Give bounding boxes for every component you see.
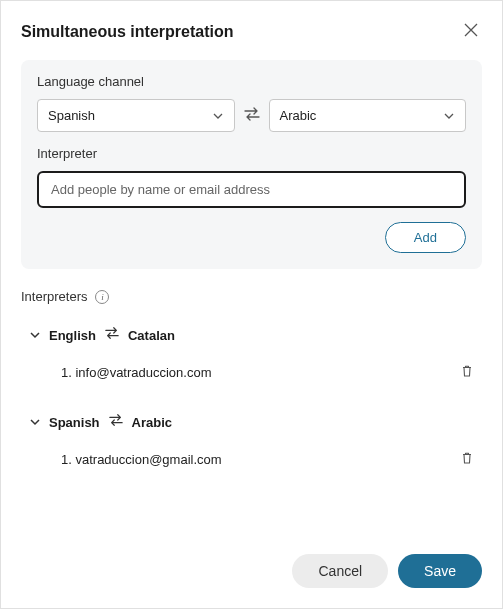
swap-icon — [104, 326, 120, 344]
delete-interpreter-button[interactable] — [456, 360, 478, 385]
group-target-lang: Arabic — [132, 415, 172, 430]
close-button[interactable] — [460, 19, 482, 44]
group-source-lang: English — [49, 328, 96, 343]
interpreters-title: Interpreters — [21, 289, 87, 304]
dialog-header: Simultaneous interpretation — [21, 19, 482, 44]
target-language-select[interactable]: Arabic — [269, 99, 467, 132]
interpreter-item: 1. vatraduccion@gmail.com — [21, 443, 482, 476]
language-channel-label: Language channel — [37, 74, 466, 89]
source-language-select[interactable]: Spanish — [37, 99, 235, 132]
chevron-down-icon — [212, 110, 224, 122]
swap-icon — [108, 413, 124, 431]
trash-icon — [460, 451, 474, 465]
interpreter-item: 1. info@vatraduccion.com — [21, 356, 482, 389]
simultaneous-interpretation-dialog: Simultaneous interpretation Language cha… — [1, 1, 502, 608]
target-language-value: Arabic — [280, 108, 317, 123]
group-toggle[interactable]: Spanish Arabic — [21, 409, 482, 443]
swap-languages-icon — [243, 106, 261, 126]
interpreter-input[interactable] — [37, 171, 466, 208]
chevron-down-icon — [29, 329, 41, 341]
delete-interpreter-button[interactable] — [456, 447, 478, 472]
interpreters-header: Interpreters i — [21, 289, 482, 304]
interpreter-item-text: 1. info@vatraduccion.com — [61, 365, 212, 380]
group-toggle[interactable]: English Catalan — [21, 322, 482, 356]
source-language-value: Spanish — [48, 108, 95, 123]
save-button[interactable]: Save — [398, 554, 482, 588]
chevron-down-icon — [29, 416, 41, 428]
dialog-footer: Cancel Save — [21, 534, 482, 588]
dialog-title: Simultaneous interpretation — [21, 23, 233, 41]
close-icon — [464, 23, 478, 37]
language-row: Spanish Arabic — [37, 99, 466, 132]
language-channel-panel: Language channel Spanish Arabic Interpre… — [21, 60, 482, 269]
interpreter-label: Interpreter — [37, 146, 466, 161]
info-icon[interactable]: i — [95, 290, 109, 304]
interpreter-group: English Catalan 1. info@vatraduccion.com — [21, 322, 482, 389]
add-button[interactable]: Add — [385, 222, 466, 253]
cancel-button[interactable]: Cancel — [292, 554, 388, 588]
chevron-down-icon — [443, 110, 455, 122]
group-source-lang: Spanish — [49, 415, 100, 430]
interpreter-item-text: 1. vatraduccion@gmail.com — [61, 452, 222, 467]
group-target-lang: Catalan — [128, 328, 175, 343]
trash-icon — [460, 364, 474, 378]
interpreter-group: Spanish Arabic 1. vatraduccion@gmail.com — [21, 409, 482, 476]
